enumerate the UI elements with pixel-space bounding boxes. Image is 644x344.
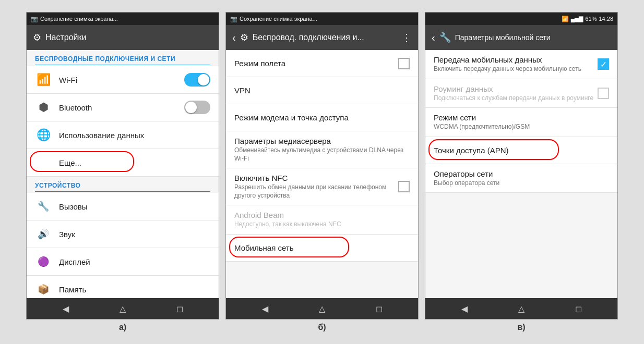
mobile-network-text: Мобильная сеть [234,243,410,252]
airplane-text: Режим полета [234,59,398,68]
network-mode-title: Режим сети [434,113,609,122]
settings-item-data-usage[interactable]: 🌐 Использование данных [27,121,219,149]
network-operators-text: Операторы сети Выбор оператора сети [434,169,609,188]
mediaserver-text: Параметры медиасервера Обменивайтесь мул… [234,137,410,163]
time-c: 14:28 [599,16,613,22]
status-bar-a: 📷 Сохранение снимка экрана... [27,13,219,25]
vpn-title: VPN [234,86,410,95]
nfc-checkbox[interactable] [398,181,410,192]
status-bar-c: 📶 ▄▅▇ 61% 14:28 [425,13,617,25]
nav-home-c[interactable]: △ [511,301,532,316]
settings-item-sound[interactable]: 🔊 Звук [27,220,219,248]
app-bar-title-c: Параметры мобильной сети [455,33,611,42]
back-arrow-b[interactable]: ‹ [232,32,236,44]
nav-home-a[interactable]: △ [112,301,133,316]
mobile-data-title: Передача мобильных данных [434,55,598,64]
data-usage-icon: 🌐 [35,127,52,143]
nav-back-a[interactable]: ◀ [55,301,76,316]
android-beam-title: Android Beam [234,211,410,219]
apn-text: Точки доступа (APN) [434,146,609,155]
settings-item-more[interactable]: Еще... [27,149,219,177]
battery-percent-c: 61% [585,16,597,22]
mobile-data-checkbox[interactable]: ✓ [598,58,609,70]
app-bar-title-b: Беспровод. подключения и... [253,33,397,42]
mobile-data-text: Передача мобильных данных Включить перед… [434,55,598,73]
mediaserver-subtitle: Обменивайтесь мультимедиа с устройствами… [234,146,410,163]
network-mode-text: Режим сети WCDMA (предпочтительно)/GSM [434,113,609,131]
app-bar-b: ‹ ⚙ Беспровод. подключения и... ⋮ [226,25,418,50]
settings-item-bluetooth[interactable]: ⬢ Bluetooth [27,94,219,121]
airplane-checkbox[interactable] [398,58,410,69]
more-menu-icon-b[interactable]: ⋮ [401,31,412,44]
settings-item-mobile-data[interactable]: Передача мобильных данных Включить перед… [425,50,617,79]
settings-item-nfc[interactable]: Включить NFC Разрешить обмен данными при… [226,168,418,205]
settings-item-airplane[interactable]: Режим полета [226,50,418,77]
nav-recent-c[interactable]: ◻ [568,301,589,316]
settings-item-mobile-network[interactable]: Мобильная сеть [226,235,418,262]
divider-device [35,191,210,192]
bluetooth-title: Bluetooth [59,103,184,112]
bottom-nav-b: ◀ △ ◻ [226,298,418,319]
settings-item-mediaserver[interactable]: Параметры медиасервера Обменивайтесь мул… [226,131,418,168]
app-bar-c: ‹ 🔧 Параметры мобильной сети [425,25,617,50]
wifi-toggle-knob [198,74,209,85]
nav-recent-a[interactable]: ◻ [169,301,190,316]
nav-back-b[interactable]: ◀ [255,301,276,316]
memory-title: Память [59,285,210,294]
screenshots-row: 📷 Сохранение снимка экрана... ⚙ Настройк… [26,12,618,332]
settings-icon-c: 🔧 [439,32,451,43]
sound-text: Звук [59,230,210,239]
app-bar-title-a: Настройки [45,33,212,42]
nav-home-b[interactable]: △ [312,301,332,316]
airplane-title: Режим полета [234,59,398,68]
calls-text: Вызовы [59,202,210,211]
settings-item-display[interactable]: 🟣 Дисплей [27,248,219,276]
settings-item-data-roaming: Роуминг данных Подключаться к службам пе… [425,79,617,108]
label-a: а) [119,323,126,332]
vpn-text: VPN [234,86,410,95]
nav-recent-b[interactable]: ◻ [368,301,389,316]
memory-text: Память [59,285,210,294]
bluetooth-toggle-knob [185,102,197,113]
sound-icon: 🔊 [35,226,52,242]
divider-wireless [35,65,210,65]
more-icon [35,154,52,171]
bluetooth-toggle[interactable] [184,101,210,114]
settings-item-wifi[interactable]: 📶 Wi-Fi [27,66,219,94]
settings-item-network-mode[interactable]: Режим сети WCDMA (предпочтительно)/GSM [425,108,617,137]
wifi-signal-icon-c: 📶 [562,16,569,22]
memory-icon: 📦 [35,281,52,298]
network-mode-subtitle: WCDMA (предпочтительно)/GSM [434,123,609,131]
settings-item-apn[interactable]: Точки доступа (APN) [425,137,617,164]
settings-item-calls[interactable]: 🔧 Вызовы [27,193,219,220]
screenshot-b-container: 📷 Сохранение снимка экрана... ‹ ⚙ Беспро… [225,12,419,332]
tethering-title: Режим модема и точка доступа [234,113,410,122]
settings-item-network-operators[interactable]: Операторы сети Выбор оператора сети [425,164,617,193]
back-arrow-c[interactable]: ‹ [432,32,435,44]
data-usage-title: Использование данных [59,131,210,140]
calls-title: Вызовы [59,202,210,211]
wifi-toggle[interactable] [184,73,210,87]
settings-item-tethering[interactable]: Режим модема и точка доступа [226,104,418,131]
more-title: Еще... [59,158,210,167]
apn-title: Точки доступа (APN) [434,146,609,155]
bluetooth-text: Bluetooth [59,103,184,112]
settings-item-memory[interactable]: 📦 Память [27,276,219,298]
content-b: Режим полета VPN Режим модема и точка до… [226,50,418,298]
data-roaming-title: Роуминг данных [434,84,598,93]
settings-item-vpn[interactable]: VPN [226,77,418,104]
app-bar-a: ⚙ Настройки [27,25,219,50]
status-app-name-b: Сохранение снимка экрана... [240,16,317,22]
nav-back-c[interactable]: ◀ [454,301,475,316]
phone-screen-c: 📶 ▄▅▇ 61% 14:28 ‹ 🔧 Параметры мобильной … [425,12,618,320]
mediaserver-title: Параметры медиасервера [234,137,410,145]
status-bar-left-a: 📷 Сохранение снимка экрана... [31,16,118,22]
display-title: Дисплей [59,257,210,266]
more-text: Еще... [59,158,210,167]
mobile-data-subtitle: Включить передачу данных через мобильную… [434,65,598,73]
signal-strength-icon-c: ▄▅▇ [571,16,583,22]
content-a: БЕСПРОВОДНЫЕ ПОДКЛЮЧЕНИЯ И СЕТИ 📶 Wi-Fi … [27,50,219,298]
settings-icon-b: ⚙ [240,32,248,43]
nfc-text: Включить NFC Разрешить обмен данными при… [234,174,398,200]
screenshot-c-container: 📶 ▄▅▇ 61% 14:28 ‹ 🔧 Параметры мобильной … [425,12,618,332]
